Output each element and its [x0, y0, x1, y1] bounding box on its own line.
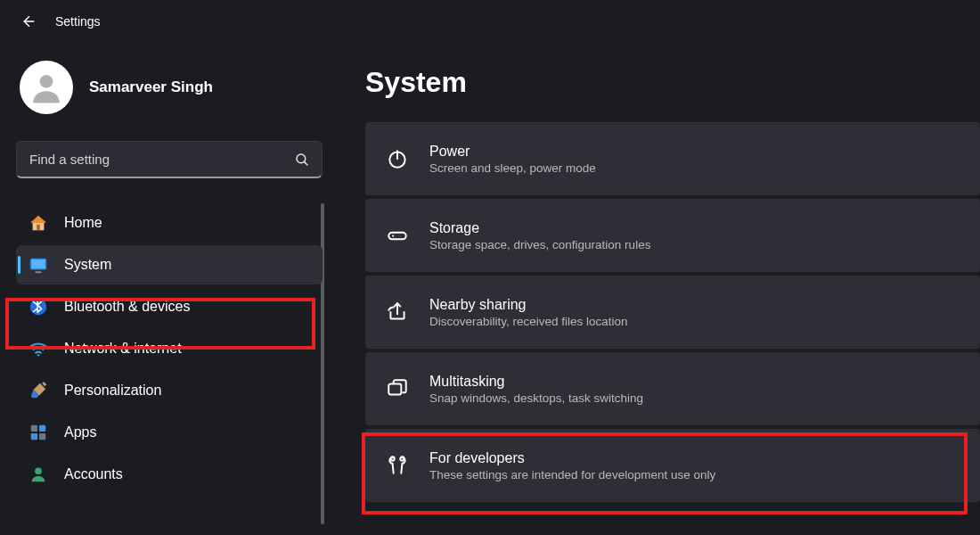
- person-icon: [29, 465, 48, 484]
- nav: Home System Bluetooth & devices: [16, 203, 323, 494]
- search-icon: [294, 152, 310, 168]
- paintbrush-icon: [29, 381, 48, 400]
- svg-point-23: [400, 457, 404, 460]
- bluetooth-icon: [29, 297, 48, 317]
- card-for-developers[interactable]: For developers These settings are intend…: [365, 429, 980, 502]
- card-title: Multitasking: [429, 374, 643, 390]
- top-bar: Settings: [0, 0, 980, 43]
- svg-point-22: [390, 457, 394, 460]
- avatar: [20, 61, 73, 114]
- svg-rect-4: [37, 225, 40, 230]
- system-icon: [29, 255, 48, 275]
- sidebar-item-label: Network & internet: [64, 341, 182, 357]
- apps-icon: [29, 423, 48, 442]
- settings-app: Settings Samarveer Singh: [0, 0, 980, 535]
- sidebar-item-label: Personalization: [64, 383, 161, 399]
- svg-line-3: [304, 161, 307, 165]
- sidebar-item-bluetooth[interactable]: Bluetooth & devices: [16, 287, 323, 326]
- sidebar-item-label: Accounts: [64, 466, 123, 482]
- card-power[interactable]: Power Screen and sleep, power mode: [365, 122, 980, 195]
- sidebar-item-network[interactable]: Network & internet: [16, 329, 323, 368]
- sidebar-item-label: System: [64, 257, 111, 273]
- card-storage[interactable]: Storage Storage space, drives, configura…: [365, 199, 980, 272]
- svg-rect-13: [31, 433, 37, 440]
- share-icon: [385, 300, 410, 325]
- card-subtitle: Storage space, drives, configuration rul…: [429, 238, 650, 251]
- profile[interactable]: Samarveer Singh: [16, 61, 323, 114]
- card-multitasking[interactable]: Multitasking Snap windows, desktops, tas…: [365, 352, 980, 425]
- card-subtitle: These settings are intended for developm…: [429, 468, 715, 482]
- svg-point-19: [392, 235, 394, 236]
- card-title: Power: [429, 144, 596, 160]
- card-subtitle: Discoverability, received files location: [429, 315, 628, 328]
- storage-icon: [385, 223, 410, 248]
- svg-rect-6: [31, 259, 45, 268]
- multitasking-icon: [385, 376, 410, 401]
- card-nearby-sharing[interactable]: Nearby sharing Discoverability, received…: [365, 276, 980, 349]
- main-panel: System Power Screen and sleep, power mod…: [339, 43, 980, 535]
- svg-point-15: [35, 467, 42, 474]
- sidebar: Samarveer Singh Home: [0, 43, 339, 535]
- search-input[interactable]: [16, 141, 323, 178]
- power-icon: [385, 146, 410, 171]
- profile-name: Samarveer Singh: [89, 78, 213, 96]
- sidebar-item-system[interactable]: System: [16, 245, 323, 284]
- card-subtitle: Snap windows, desktops, task switching: [429, 391, 643, 405]
- svg-rect-18: [388, 233, 406, 240]
- page-title: System: [365, 66, 980, 99]
- sidebar-item-home[interactable]: Home: [16, 203, 323, 243]
- home-icon: [29, 213, 48, 233]
- sidebar-item-label: Bluetooth & devices: [64, 299, 190, 315]
- sidebar-item-personalization[interactable]: Personalization: [16, 371, 323, 410]
- card-title: Nearby sharing: [429, 297, 628, 313]
- svg-rect-12: [39, 425, 45, 432]
- app-title: Settings: [55, 14, 101, 29]
- svg-rect-11: [31, 425, 37, 432]
- sidebar-item-label: Home: [64, 215, 102, 231]
- settings-cards: Power Screen and sleep, power mode Stora…: [365, 122, 980, 502]
- back-arrow-icon[interactable]: [20, 13, 36, 29]
- svg-rect-7: [35, 271, 41, 273]
- sidebar-item-apps[interactable]: Apps: [16, 413, 323, 452]
- wifi-icon: [29, 339, 48, 358]
- svg-point-9: [37, 354, 39, 356]
- card-title: Storage: [429, 220, 650, 236]
- card-subtitle: Screen and sleep, power mode: [429, 161, 596, 175]
- svg-rect-10: [42, 382, 46, 386]
- svg-rect-14: [39, 433, 45, 440]
- search-box: [16, 141, 323, 178]
- sidebar-item-accounts[interactable]: Accounts: [16, 455, 323, 494]
- svg-rect-21: [388, 384, 401, 395]
- developers-icon: [385, 453, 410, 478]
- card-title: For developers: [429, 450, 715, 466]
- sidebar-item-label: Apps: [64, 424, 96, 440]
- svg-point-1: [40, 75, 53, 88]
